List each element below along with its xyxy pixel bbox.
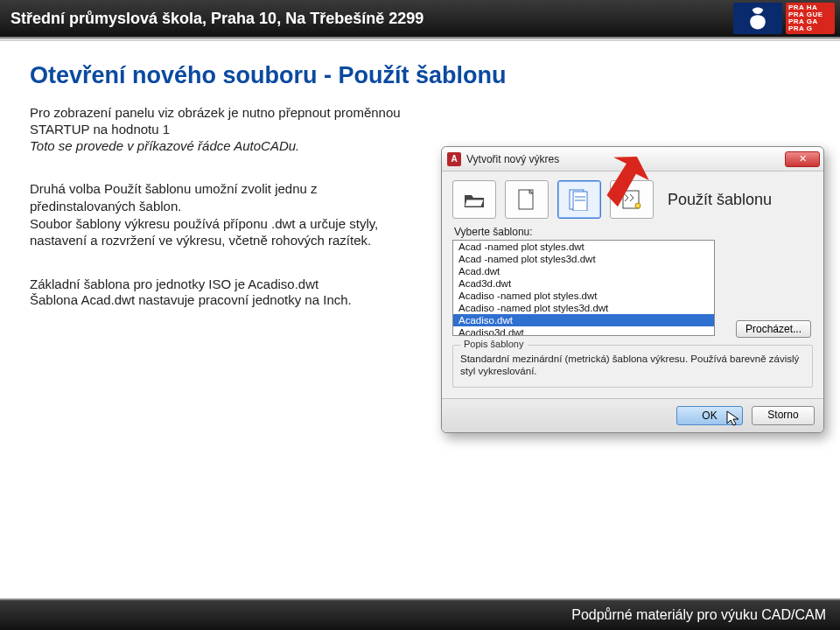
logo-sps	[733, 3, 782, 34]
mode-title: Použít šablonu	[668, 191, 772, 209]
svg-rect-3	[573, 192, 587, 211]
template-description: Standardní mezinárdní (metrická) šablona…	[460, 353, 805, 378]
close-button[interactable]: ✕	[785, 151, 820, 167]
folder-open-icon	[463, 190, 486, 209]
footer-text: Podpůrné materiály pro výuku CAD/CAM	[571, 607, 826, 623]
browse-button[interactable]: Procházet...	[736, 320, 811, 338]
paragraph-1a: Pro zobrazení panelu viz obrázek je nutn…	[30, 105, 415, 138]
mode-blank-button[interactable]	[505, 180, 549, 219]
slide-content: Otevření nového souboru - Použít šablonu…	[0, 41, 840, 584]
left-column: Pro zobrazení panelu viz obrázek je nutn…	[30, 105, 415, 309]
dialog-body: Použít šablonu Vyberte šablonu: Acad -na…	[442, 172, 823, 398]
paragraph-5: Šablona Acad.dwt nastavuje pracovní jedn…	[30, 292, 415, 309]
school-name: Střední průmyslová škola, Praha 10, Na T…	[10, 10, 424, 28]
dialog-title: Vytvořit nový výkres	[466, 153, 559, 165]
logo-praha: PRA HAPRA GUEPRA GAPRA G	[786, 3, 835, 34]
list-item[interactable]: Acadiso -named plot styles.dwt	[453, 290, 714, 302]
svg-point-7	[635, 203, 640, 208]
slide-footer: Podpůrné materiály pro výuku CAD/CAM	[0, 598, 840, 630]
slide-header: Střední průmyslová škola, Praha 10, Na T…	[0, 0, 840, 38]
slide-title: Otevření nového souboru - Použít šablonu	[30, 62, 812, 89]
dialog-button-row: OK Storno	[442, 398, 823, 432]
list-item[interactable]: Acad.dwt	[453, 265, 714, 277]
list-item[interactable]: Acadiso3d.dwt	[453, 326, 714, 336]
mouse-cursor-icon	[725, 410, 741, 427]
new-drawing-dialog: A Vytvořit nový výkres ✕	[441, 146, 824, 433]
template-listbox[interactable]: Acad -named plot styles.dwt Acad -named …	[452, 240, 715, 336]
paragraph-2: Druhá volba Použít šablonu umožní zvolit…	[30, 180, 415, 214]
list-item-selected[interactable]: Acadiso.dwt	[453, 314, 714, 326]
mode-open-button[interactable]	[452, 180, 496, 219]
template-description-group: Popis šablony Standardní mezinárdní (met…	[452, 345, 813, 388]
header-logos: PRA HAPRA GUEPRA GAPRA G	[733, 3, 835, 34]
paragraph-1b: Toto se provede v příkazové řádce AutoCA…	[30, 138, 415, 155]
paragraph-4: Základní šablona pro jednotky ISO je Aca…	[30, 276, 415, 293]
list-item[interactable]: Acad -named plot styles3d.dwt	[453, 253, 714, 265]
list-item[interactable]: Acad -named plot styles.dwt	[453, 241, 714, 253]
group-title: Popis šablony	[460, 339, 528, 349]
autocad-app-icon: A	[447, 152, 461, 166]
list-item[interactable]: Acad3d.dwt	[453, 277, 714, 290]
cancel-button[interactable]: Storno	[752, 406, 815, 425]
paragraph-3: Soubor šablony výkresu používá příponu .…	[30, 216, 415, 249]
select-template-label: Vyberte šablonu:	[454, 226, 813, 238]
list-item[interactable]: Acadiso -named plot styles3d.dwt	[453, 302, 714, 314]
close-icon: ✕	[799, 153, 807, 164]
blank-page-icon	[517, 188, 536, 211]
